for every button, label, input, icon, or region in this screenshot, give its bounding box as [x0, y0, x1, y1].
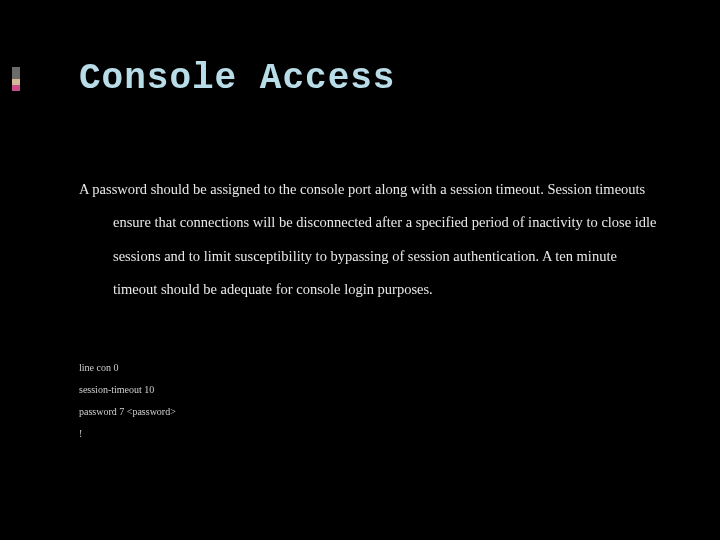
slide-body-text: A password should be assigned to the con… [79, 173, 659, 306]
code-line-1: line con 0 [79, 357, 176, 379]
code-block: line con 0 session-timeout 10 password 7… [79, 357, 176, 445]
code-line-4: ! [79, 423, 176, 445]
accent-bar-segment-top [12, 67, 20, 79]
accent-bar-segment-bottom [12, 85, 20, 91]
slide-title: Console Access [79, 58, 395, 99]
code-line-3: password 7 <password> [79, 401, 176, 423]
slide-container: Console Access A password should be assi… [0, 0, 720, 540]
accent-bar [12, 67, 20, 91]
code-line-2: session-timeout 10 [79, 379, 176, 401]
